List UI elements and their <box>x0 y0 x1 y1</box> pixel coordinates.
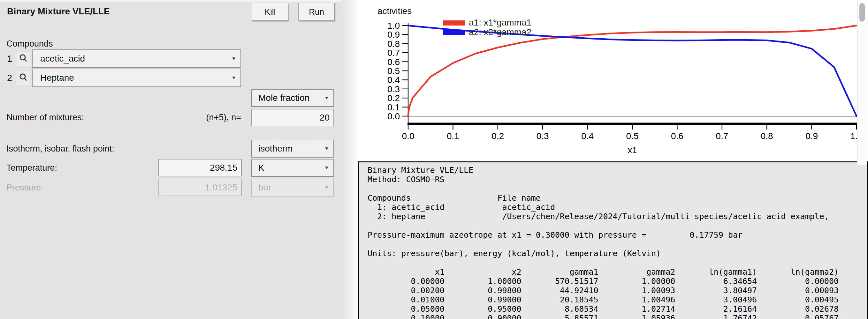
legend-swatch-1 <box>443 21 465 26</box>
temperature-value: 298.15 <box>159 163 241 173</box>
series-1-curve <box>408 26 857 116</box>
mixtures-input[interactable]: 20 <box>251 109 334 126</box>
svg-text:1.0: 1.0 <box>388 21 400 31</box>
console-text: Binary Mixture VLE/LLE Method: COSMO-RS … <box>359 163 867 319</box>
pressure-unit-dropdown: bar ▼ <box>251 179 334 197</box>
compound-1-value: acetic_acid <box>33 54 227 64</box>
svg-text:0.5: 0.5 <box>388 66 400 76</box>
svg-text:0.2: 0.2 <box>492 131 504 141</box>
svg-text:0.9: 0.9 <box>388 30 400 40</box>
temperature-label: Temperature: <box>6 163 57 173</box>
svg-text:0.2: 0.2 <box>388 93 400 103</box>
panel-splitter <box>342 0 358 319</box>
compound-2-value: Heptane <box>33 73 227 83</box>
run-button[interactable]: Run <box>298 3 335 21</box>
compound-1-search-button[interactable] <box>17 52 30 66</box>
svg-text:0.1: 0.1 <box>447 131 459 141</box>
legend-label-2: a2: x2*gamma2 <box>469 27 531 37</box>
output-console: Binary Mixture VLE/LLE Method: COSMO-RS … <box>358 162 868 319</box>
pressure-input: 1.01325 <box>158 179 242 196</box>
pressure-unit: bar <box>252 182 320 193</box>
svg-text:0.6: 0.6 <box>671 131 683 141</box>
svg-text:0.4: 0.4 <box>581 131 594 141</box>
binary-mixture-vle-window: Binary Mixture VLE/LLE Kill Run Compound… <box>0 0 868 319</box>
mode-value: isotherm <box>252 144 320 154</box>
legend-label-1: a1: x1*gamma1 <box>469 17 531 28</box>
series-2-curve <box>408 26 857 116</box>
legend-swatch-2 <box>443 30 465 35</box>
temperature-input[interactable]: 298.15 <box>158 159 242 176</box>
chevron-down-icon: ▼ <box>320 179 333 196</box>
page-title: Binary Mixture VLE/LLE <box>7 6 110 16</box>
activities-chart: activities0.00.10.20.30.40.50.60.70.80.9… <box>358 0 868 162</box>
console-scrollbar[interactable] <box>857 1 867 165</box>
x-axis-label: x1 <box>627 145 637 155</box>
composition-unit-value: Mole fraction <box>252 93 320 103</box>
svg-text:0.8: 0.8 <box>388 39 400 49</box>
search-icon <box>19 54 28 64</box>
compound-1-dropdown[interactable]: acetic_acid ▼ <box>32 49 241 68</box>
temperature-unit-dropdown[interactable]: K ▼ <box>251 159 334 177</box>
svg-text:0.3: 0.3 <box>536 131 549 141</box>
kill-button[interactable]: Kill <box>252 3 288 21</box>
scrollbar-thumb[interactable] <box>859 3 865 22</box>
svg-text:0.9: 0.9 <box>805 131 818 141</box>
chevron-down-icon[interactable]: ▼ <box>320 140 333 157</box>
svg-text:0.6: 0.6 <box>388 57 400 67</box>
temperature-unit: K <box>252 163 320 173</box>
svg-text:0.4: 0.4 <box>388 75 400 85</box>
svg-text:0.3: 0.3 <box>388 84 400 94</box>
chart-title: activities <box>377 6 412 16</box>
svg-text:0.0: 0.0 <box>402 131 414 141</box>
mixtures-formula: (n+5), n= <box>158 113 241 122</box>
pressure-label: Pressure: <box>6 183 43 193</box>
mode-label: Isotherm, isobar, flash point: <box>6 144 114 154</box>
mixtures-label: Number of mixtures: <box>6 113 84 122</box>
compound-2-search-button[interactable] <box>17 71 30 85</box>
compounds-label: Compounds <box>6 39 53 49</box>
mixtures-value: 20 <box>252 113 333 123</box>
svg-text:0.7: 0.7 <box>716 131 728 141</box>
compound-2-index: 2 <box>7 73 12 83</box>
chevron-down-icon[interactable]: ▼ <box>227 50 241 67</box>
pressure-value: 1.01325 <box>159 182 241 193</box>
composition-unit-dropdown[interactable]: Mole fraction ▼ <box>251 89 334 107</box>
svg-text:0.0: 0.0 <box>388 111 400 121</box>
mode-dropdown[interactable]: isotherm ▼ <box>251 140 334 157</box>
chevron-down-icon[interactable]: ▼ <box>320 160 333 176</box>
svg-text:0.5: 0.5 <box>626 131 639 141</box>
svg-text:0.8: 0.8 <box>761 131 773 141</box>
compound-1-index: 1 <box>7 54 12 64</box>
window-top-edge <box>0 0 358 2</box>
chevron-down-icon[interactable]: ▼ <box>227 69 241 86</box>
svg-text:0.7: 0.7 <box>388 48 400 58</box>
chevron-down-icon[interactable]: ▼ <box>320 90 333 106</box>
compound-2-dropdown[interactable]: Heptane ▼ <box>32 69 241 87</box>
svg-text:0.1: 0.1 <box>388 102 400 112</box>
search-icon <box>19 73 28 83</box>
